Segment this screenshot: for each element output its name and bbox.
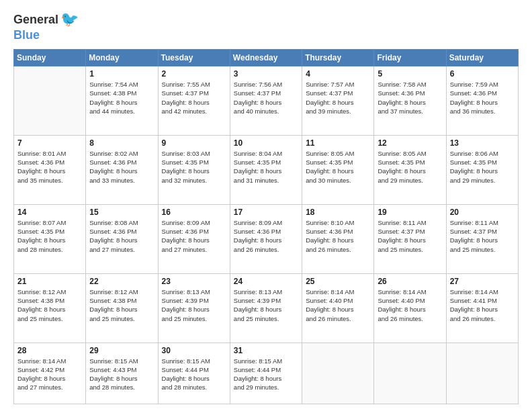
day-info: Sunrise: 8:15 AM Sunset: 4:44 PM Dayligh…	[234, 357, 298, 392]
calendar-day-23: 23Sunrise: 8:13 AM Sunset: 4:39 PM Dayli…	[158, 273, 230, 342]
day-number: 16	[162, 208, 226, 217]
calendar-day-6: 6Sunrise: 7:59 AM Sunset: 4:36 PM Daylig…	[446, 66, 518, 136]
logo-bird-icon: 🐦	[60, 11, 79, 28]
day-number: 6	[450, 69, 515, 79]
calendar-day-27: 27Sunrise: 8:14 AM Sunset: 4:41 PM Dayli…	[446, 273, 518, 342]
day-number: 9	[162, 138, 226, 148]
day-number: 17	[234, 208, 298, 217]
calendar-day-9: 9Sunrise: 8:03 AM Sunset: 4:35 PM Daylig…	[158, 135, 230, 204]
weekday-header-sunday: Sunday	[14, 50, 86, 66]
day-info: Sunrise: 8:14 AM Sunset: 4:41 PM Dayligh…	[450, 287, 515, 323]
day-number: 29	[89, 346, 154, 355]
weekday-header-monday: Monday	[86, 50, 158, 66]
day-number: 13	[450, 138, 515, 148]
calendar-empty-cell	[446, 342, 518, 404]
day-number: 7	[17, 138, 82, 148]
day-info: Sunrise: 8:09 AM Sunset: 4:36 PM Dayligh…	[234, 218, 298, 254]
calendar-day-3: 3Sunrise: 7:56 AM Sunset: 4:37 PM Daylig…	[230, 66, 302, 136]
day-number: 22	[89, 277, 154, 286]
day-info: Sunrise: 8:15 AM Sunset: 4:43 PM Dayligh…	[89, 357, 154, 392]
calendar-week-5: 28Sunrise: 8:14 AM Sunset: 4:42 PM Dayli…	[14, 342, 519, 404]
calendar-day-16: 16Sunrise: 8:09 AM Sunset: 4:36 PM Dayli…	[158, 204, 230, 273]
day-info: Sunrise: 8:04 AM Sunset: 4:35 PM Dayligh…	[234, 149, 298, 185]
calendar-day-12: 12Sunrise: 8:05 AM Sunset: 4:35 PM Dayli…	[374, 135, 446, 204]
day-number: 4	[306, 69, 370, 79]
calendar-empty-cell	[374, 342, 446, 404]
day-info: Sunrise: 8:11 AM Sunset: 4:37 PM Dayligh…	[378, 218, 442, 254]
day-info: Sunrise: 8:06 AM Sunset: 4:35 PM Dayligh…	[450, 149, 515, 185]
calendar-day-11: 11Sunrise: 8:05 AM Sunset: 4:35 PM Dayli…	[302, 135, 374, 204]
day-info: Sunrise: 8:11 AM Sunset: 4:37 PM Dayligh…	[450, 218, 515, 254]
calendar-day-13: 13Sunrise: 8:06 AM Sunset: 4:35 PM Dayli…	[446, 135, 518, 204]
calendar-day-20: 20Sunrise: 8:11 AM Sunset: 4:37 PM Dayli…	[446, 204, 518, 273]
day-info: Sunrise: 8:12 AM Sunset: 4:38 PM Dayligh…	[17, 287, 82, 323]
weekday-header-row: SundayMondayTuesdayWednesdayThursdayFrid…	[14, 50, 519, 66]
day-info: Sunrise: 8:14 AM Sunset: 4:42 PM Dayligh…	[17, 357, 82, 392]
calendar-day-28: 28Sunrise: 8:14 AM Sunset: 4:42 PM Dayli…	[14, 342, 86, 404]
day-info: Sunrise: 8:05 AM Sunset: 4:35 PM Dayligh…	[378, 149, 442, 185]
logo-general-text: General	[13, 13, 58, 27]
day-info: Sunrise: 8:09 AM Sunset: 4:36 PM Dayligh…	[162, 218, 226, 254]
day-number: 28	[17, 346, 82, 355]
day-number: 19	[378, 208, 442, 217]
calendar-day-31: 31Sunrise: 8:15 AM Sunset: 4:44 PM Dayli…	[230, 342, 302, 404]
calendar-day-7: 7Sunrise: 8:01 AM Sunset: 4:36 PM Daylig…	[14, 135, 86, 204]
day-info: Sunrise: 7:58 AM Sunset: 4:36 PM Dayligh…	[378, 80, 442, 116]
calendar-day-4: 4Sunrise: 7:57 AM Sunset: 4:37 PM Daylig…	[302, 66, 374, 136]
day-number: 2	[162, 69, 226, 79]
day-number: 1	[89, 69, 154, 79]
day-number: 23	[162, 277, 226, 286]
day-info: Sunrise: 7:57 AM Sunset: 4:37 PM Dayligh…	[306, 80, 370, 116]
day-info: Sunrise: 8:02 AM Sunset: 4:36 PM Dayligh…	[89, 149, 154, 185]
day-number: 30	[162, 346, 226, 355]
calendar-day-25: 25Sunrise: 8:14 AM Sunset: 4:40 PM Dayli…	[302, 273, 374, 342]
day-info: Sunrise: 8:15 AM Sunset: 4:44 PM Dayligh…	[162, 357, 226, 392]
calendar-empty-cell	[302, 342, 374, 404]
calendar-week-3: 14Sunrise: 8:07 AM Sunset: 4:35 PM Dayli…	[14, 204, 519, 273]
calendar-day-29: 29Sunrise: 8:15 AM Sunset: 4:43 PM Dayli…	[86, 342, 158, 404]
day-info: Sunrise: 8:13 AM Sunset: 4:39 PM Dayligh…	[162, 287, 226, 323]
day-number: 11	[306, 138, 370, 148]
calendar-day-5: 5Sunrise: 7:58 AM Sunset: 4:36 PM Daylig…	[374, 66, 446, 136]
weekday-header-thursday: Thursday	[302, 50, 374, 66]
day-info: Sunrise: 8:10 AM Sunset: 4:36 PM Dayligh…	[306, 218, 370, 254]
calendar-day-24: 24Sunrise: 8:13 AM Sunset: 4:39 PM Dayli…	[230, 273, 302, 342]
calendar-day-17: 17Sunrise: 8:09 AM Sunset: 4:36 PM Dayli…	[230, 204, 302, 273]
calendar-day-19: 19Sunrise: 8:11 AM Sunset: 4:37 PM Dayli…	[374, 204, 446, 273]
day-info: Sunrise: 8:03 AM Sunset: 4:35 PM Dayligh…	[162, 149, 226, 185]
day-number: 8	[89, 138, 154, 148]
day-info: Sunrise: 8:01 AM Sunset: 4:36 PM Dayligh…	[17, 149, 82, 185]
calendar-day-2: 2Sunrise: 7:55 AM Sunset: 4:37 PM Daylig…	[158, 66, 230, 136]
day-number: 10	[234, 138, 298, 148]
calendar-week-2: 7Sunrise: 8:01 AM Sunset: 4:36 PM Daylig…	[14, 135, 519, 204]
day-number: 18	[306, 208, 370, 217]
day-number: 26	[378, 277, 442, 286]
page-container: General 🐦 Blue SundayMondayTuesdayWednes…	[0, 0, 532, 411]
day-number: 24	[234, 277, 298, 286]
day-info: Sunrise: 7:54 AM Sunset: 4:38 PM Dayligh…	[89, 80, 154, 116]
calendar-day-15: 15Sunrise: 8:08 AM Sunset: 4:36 PM Dayli…	[86, 204, 158, 273]
day-number: 12	[378, 138, 442, 148]
day-number: 21	[17, 277, 82, 286]
calendar-table: SundayMondayTuesdayWednesdayThursdayFrid…	[13, 49, 519, 404]
weekday-header-tuesday: Tuesday	[158, 50, 230, 66]
day-number: 27	[450, 277, 515, 286]
day-number: 20	[450, 208, 515, 217]
day-info: Sunrise: 7:59 AM Sunset: 4:36 PM Dayligh…	[450, 80, 515, 116]
day-number: 5	[378, 69, 442, 79]
day-info: Sunrise: 8:14 AM Sunset: 4:40 PM Dayligh…	[306, 287, 370, 323]
calendar-day-10: 10Sunrise: 8:04 AM Sunset: 4:35 PM Dayli…	[230, 135, 302, 204]
calendar-day-30: 30Sunrise: 8:15 AM Sunset: 4:44 PM Dayli…	[158, 342, 230, 404]
day-info: Sunrise: 8:14 AM Sunset: 4:40 PM Dayligh…	[378, 287, 442, 323]
day-info: Sunrise: 8:07 AM Sunset: 4:35 PM Dayligh…	[17, 218, 82, 254]
calendar-day-14: 14Sunrise: 8:07 AM Sunset: 4:35 PM Dayli…	[14, 204, 86, 273]
day-info: Sunrise: 8:05 AM Sunset: 4:35 PM Dayligh…	[306, 149, 370, 185]
day-info: Sunrise: 8:08 AM Sunset: 4:36 PM Dayligh…	[89, 218, 154, 254]
day-number: 14	[17, 208, 82, 217]
calendar-week-1: 1Sunrise: 7:54 AM Sunset: 4:38 PM Daylig…	[14, 66, 519, 136]
calendar-day-1: 1Sunrise: 7:54 AM Sunset: 4:38 PM Daylig…	[86, 66, 158, 136]
day-info: Sunrise: 8:12 AM Sunset: 4:38 PM Dayligh…	[89, 287, 154, 323]
calendar-day-22: 22Sunrise: 8:12 AM Sunset: 4:38 PM Dayli…	[86, 273, 158, 342]
header: General 🐦 Blue	[13, 11, 519, 42]
calendar-day-21: 21Sunrise: 8:12 AM Sunset: 4:38 PM Dayli…	[14, 273, 86, 342]
